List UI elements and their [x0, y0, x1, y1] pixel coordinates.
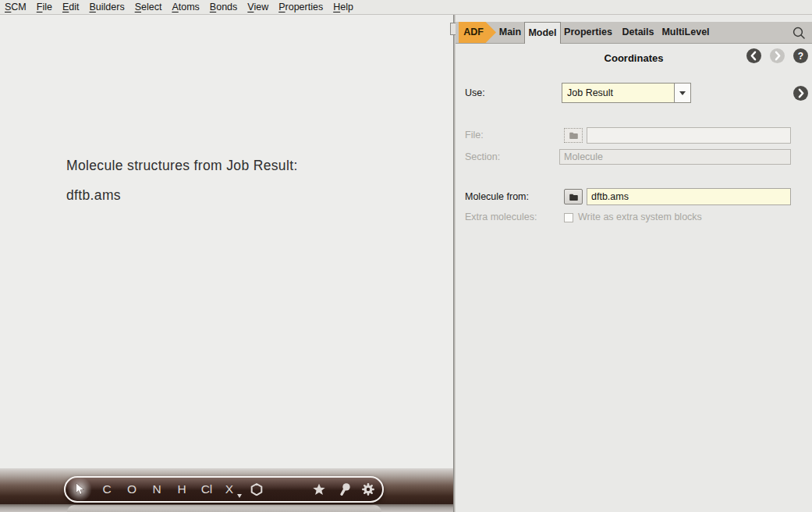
dropdown-arrow-icon[interactable] — [674, 84, 690, 102]
section-label: Section: — [465, 149, 500, 165]
molecule-viewport[interactable]: Molecule structures from Job Result: dft… — [0, 15, 453, 512]
menu-scm[interactable]: SCM — [5, 2, 27, 12]
pointer-icon[interactable] — [74, 483, 86, 496]
tool-hydrogen[interactable]: H — [177, 483, 186, 496]
tool-chlorine[interactable]: Cl — [201, 483, 213, 496]
back-icon[interactable] — [746, 48, 761, 63]
menu-bar: SCM File Edit Builders Select Atoms Bond… — [0, 0, 812, 15]
menu-properties[interactable]: Properties — [278, 2, 323, 12]
adf-input-window: { "menubar": { "items": [ {"first": "S",… — [0, 0, 812, 512]
menu-file[interactable]: File — [37, 2, 52, 12]
menu-select[interactable]: Select — [135, 2, 162, 12]
tab-model[interactable]: Model — [524, 22, 561, 44]
panel-tab-bar: ADF Main Model Properties Details MultiL… — [456, 22, 812, 44]
forward-icon — [770, 48, 785, 63]
toolbar-reflection — [67, 505, 381, 512]
element-x-dropdown-icon[interactable] — [237, 494, 242, 500]
help-icon[interactable]: ? — [793, 48, 808, 63]
tab-multilevel[interactable]: MultiLevel — [657, 22, 714, 43]
use-combobox[interactable]: Job Result — [562, 83, 691, 103]
benzene-ring-icon[interactable] — [250, 483, 264, 496]
tab-details[interactable]: Details — [618, 22, 658, 43]
tool-element-x[interactable]: X — [225, 483, 233, 496]
menu-builders[interactable]: Builders — [90, 2, 125, 12]
next-panel-icon[interactable] — [793, 86, 808, 101]
input-panel: ADF Main Model Properties Details MultiL… — [456, 15, 812, 512]
file-browse-button — [564, 128, 583, 143]
star-icon[interactable] — [313, 483, 326, 496]
menu-view[interactable]: View — [247, 2, 268, 12]
gear-icon[interactable] — [362, 483, 375, 496]
extra-molecules-checkbox-label: Write as extra system blocks — [578, 212, 702, 222]
tool-nitrogen[interactable]: N — [152, 483, 161, 496]
search-icon[interactable] — [791, 25, 807, 41]
menu-atoms[interactable]: Atoms — [172, 2, 199, 12]
menu-bonds[interactable]: Bonds — [210, 2, 237, 12]
use-label: Use: — [465, 83, 485, 103]
file-field — [587, 127, 791, 144]
use-value: Job Result — [562, 84, 674, 102]
file-label: File: — [465, 127, 484, 144]
molecule-from-field[interactable]: dftb.ams — [587, 188, 791, 205]
menu-edit[interactable]: Edit — [62, 2, 80, 12]
search-tool-icon[interactable] — [339, 483, 351, 496]
tab-properties[interactable]: Properties — [560, 22, 616, 43]
atom-toolbar: C O N H Cl X — [64, 476, 384, 503]
tool-carbon[interactable]: C — [102, 483, 111, 496]
viewport-message: Molecule structures from Job Result: — [66, 158, 298, 174]
tab-adf[interactable]: ADF — [459, 22, 496, 43]
section-field: Molecule — [559, 149, 791, 165]
molecule-from-label: Molecule from: — [465, 188, 529, 205]
viewport-filename: dftb.ams — [66, 187, 121, 204]
menu-help[interactable]: Help — [333, 2, 353, 12]
extra-molecules-label: Extra molecules: — [465, 212, 537, 222]
tool-oxygen[interactable]: O — [127, 483, 137, 496]
tab-main[interactable]: Main — [495, 22, 526, 43]
extra-molecules-checkbox — [564, 213, 573, 222]
molecule-browse-button[interactable] — [564, 189, 583, 204]
